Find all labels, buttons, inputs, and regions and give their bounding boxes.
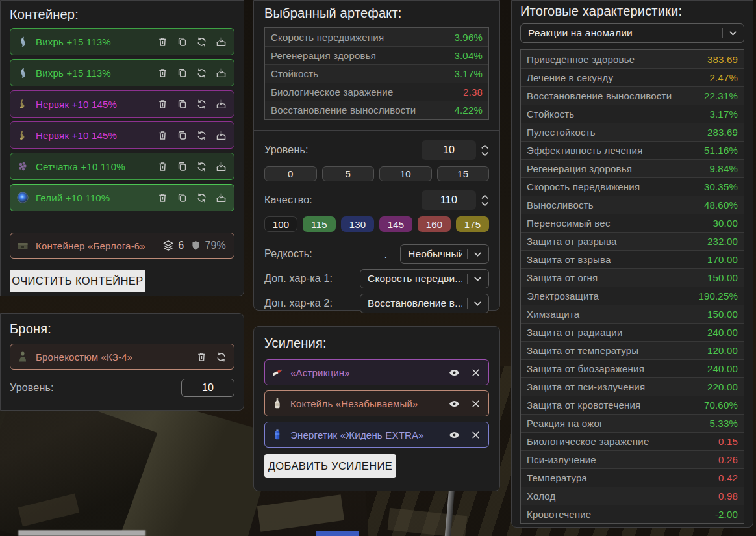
stat-label: Химзащита — [527, 309, 579, 320]
stat-label: Эффективность лечения — [527, 145, 642, 156]
quality-preset-175[interactable]: 175 — [456, 216, 489, 232]
remove-x-icon[interactable] — [470, 429, 482, 441]
extra2-select[interactable]: Восстановление в... — [360, 294, 489, 313]
refresh-icon[interactable] — [195, 36, 208, 48]
quality-preset-160[interactable]: 160 — [418, 216, 451, 232]
anomaly-reactions-select[interactable]: Реакции на аномалии — [520, 23, 744, 43]
level-up-icon[interactable] — [481, 144, 489, 149]
save-icon[interactable] — [215, 36, 227, 48]
delete-icon[interactable] — [157, 36, 169, 48]
stat-label: Скорость передвижения — [271, 32, 384, 43]
background-paper — [257, 494, 344, 532]
stat-label: Температура — [527, 472, 587, 483]
container-holder-name: Контейнер «Берлога-6» — [36, 240, 155, 251]
stat-label: Пулестойкость — [527, 127, 596, 138]
duplicate-icon[interactable] — [176, 160, 188, 173]
stat-label: Реакция на ожог — [527, 418, 603, 429]
clear-container-button[interactable]: ОЧИСТИТЬ КОНТЕЙНЕР — [10, 270, 145, 292]
stat-row: Скорость передвижения 30.35% — [521, 177, 744, 196]
level-spinner: 10 — [422, 140, 489, 160]
save-icon[interactable] — [215, 160, 227, 173]
delete-icon[interactable] — [157, 98, 169, 110]
container-item-row[interactable]: Нервяк +10 145% — [10, 121, 234, 149]
delete-icon[interactable] — [157, 67, 169, 79]
duplicate-icon[interactable] — [176, 36, 188, 48]
refresh-icon[interactable] — [195, 98, 208, 110]
stat-label: Защита от разрыва — [527, 236, 616, 247]
geliy-artifact-icon — [16, 191, 29, 204]
extra1-label: Доп. хар-ка 1: — [264, 273, 333, 285]
stat-row: Защита от огня 150.00 — [521, 268, 744, 287]
stat-value: 190.25% — [698, 290, 738, 301]
refresh-icon[interactable] — [195, 67, 208, 79]
visibility-eye-icon[interactable] — [448, 366, 460, 379]
delete-icon[interactable] — [157, 129, 169, 142]
armor-level-input[interactable]: 10 — [181, 379, 234, 397]
duplicate-icon[interactable] — [176, 129, 188, 142]
visibility-eye-icon[interactable] — [448, 398, 460, 410]
save-icon[interactable] — [215, 67, 227, 79]
extra1-select[interactable]: Скорость передви... — [360, 269, 489, 288]
save-icon[interactable] — [215, 129, 227, 142]
quality-preset-100[interactable]: 100 — [264, 216, 297, 232]
container-item-row[interactable]: Нервяк +10 145% — [10, 90, 234, 118]
refresh-icon[interactable] — [195, 192, 208, 204]
remove-x-icon[interactable] — [470, 398, 482, 410]
armor-item-row[interactable]: Бронекостюм «КЗ-4» — [10, 344, 234, 370]
add-boost-button[interactable]: ДОБАВИТЬ УСИЛЕНИЕ — [264, 454, 396, 478]
refresh-icon[interactable] — [195, 160, 208, 173]
stat-value: 4.22% — [454, 105, 483, 116]
refresh-icon[interactable] — [195, 129, 208, 142]
delete-icon[interactable] — [157, 160, 169, 173]
visibility-eye-icon[interactable] — [448, 429, 460, 441]
stat-row: Реакция на ожог 5.33% — [521, 414, 744, 432]
rarity-select[interactable]: Необычный — [400, 244, 489, 264]
quality-preset-145[interactable]: 145 — [379, 216, 412, 232]
stat-row: Восстановление выносливости 22.31% — [521, 86, 744, 105]
whirl-artifact-icon — [16, 66, 29, 79]
container-item-row[interactable]: Гелий +10 110% — [10, 184, 234, 211]
container-item-row[interactable]: Вихрь +15 113% — [10, 59, 234, 86]
quality-down-icon[interactable] — [481, 201, 489, 207]
boost-item-row[interactable]: Энергетик «Жидень EXTRA» — [264, 422, 489, 448]
level-preset-5[interactable]: 5 — [322, 166, 375, 181]
container-item-row[interactable]: Сетчатка +10 110% — [10, 153, 234, 180]
stat-row: Выносливость 48.60% — [521, 196, 744, 214]
armor-title: Броня: — [10, 320, 234, 337]
stat-row: Приведённое здоровье 383.69 — [521, 50, 744, 68]
level-preset-15[interactable]: 15 — [437, 166, 490, 181]
container-item-list: Вихрь +15 113% Вихрь +15 113% — [10, 28, 234, 211]
remove-x-icon[interactable] — [470, 366, 482, 379]
delete-icon[interactable] — [157, 192, 169, 204]
stat-value: 51.16% — [704, 145, 738, 156]
stat-row: Пулестойкость 283.69 — [521, 123, 744, 141]
stat-value: 120.00 — [707, 345, 738, 356]
stat-row: Стойкость 3.17% — [521, 105, 744, 123]
divider — [1, 220, 244, 220]
extra2-label: Доп. хар-ка 2: — [264, 298, 333, 309]
quality-input[interactable]: 110 — [422, 190, 476, 210]
level-input[interactable]: 10 — [422, 140, 476, 160]
stat-label: Стойкость — [271, 68, 318, 79]
stat-value: 30.00 — [712, 218, 738, 229]
quality-preset-130[interactable]: 130 — [341, 216, 374, 232]
quality-preset-115[interactable]: 115 — [303, 216, 336, 232]
duplicate-icon[interactable] — [176, 98, 188, 110]
quality-up-icon[interactable] — [481, 194, 489, 199]
save-icon[interactable] — [215, 98, 227, 110]
boost-item-row[interactable]: Коктейль «Незабываемый» — [264, 390, 489, 416]
container-item-row[interactable]: Вихрь +15 113% — [10, 28, 234, 55]
refresh-icon[interactable] — [215, 351, 227, 363]
boost-item-row[interactable]: «Астрикцин» — [264, 359, 489, 385]
level-preset-10[interactable]: 10 — [379, 166, 432, 181]
crate-icon — [16, 239, 29, 252]
duplicate-icon[interactable] — [176, 192, 188, 204]
level-down-icon[interactable] — [481, 151, 489, 157]
duplicate-icon[interactable] — [176, 67, 188, 79]
save-icon[interactable] — [215, 192, 227, 204]
delete-icon[interactable] — [195, 351, 208, 363]
level-preset-0[interactable]: 0 — [264, 166, 317, 181]
container-holder-row[interactable]: Контейнер «Берлога-6» 6 79% — [10, 233, 234, 259]
stat-value: 3.17% — [709, 108, 738, 120]
totals-title: Итоговые характеристики: — [520, 3, 744, 19]
